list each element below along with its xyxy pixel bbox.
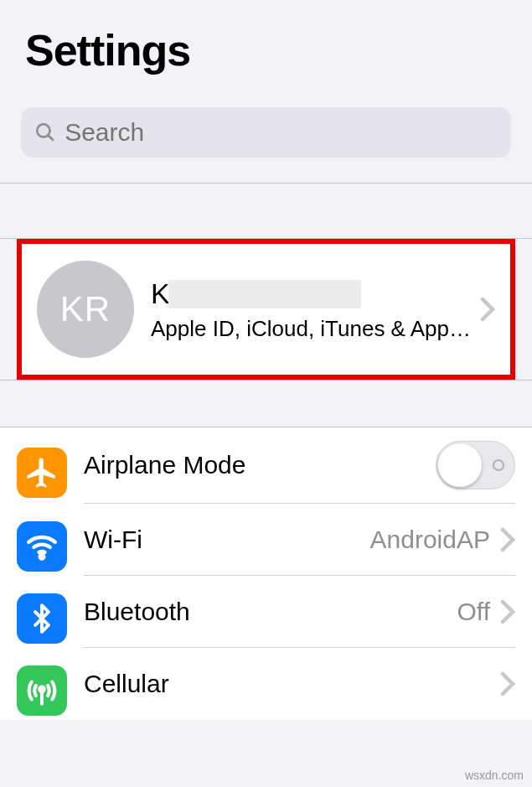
apple-id-row[interactable]: KR K Apple ID, iCloud, iTunes & App…	[22, 244, 510, 375]
row-label: Wi-Fi	[84, 526, 370, 554]
chevron-right-icon	[480, 297, 495, 322]
bluetooth-row[interactable]: Bluetooth Off	[0, 576, 532, 648]
row-label: Cellular	[84, 670, 500, 698]
airplane-icon	[17, 448, 67, 498]
redaction-overlay	[168, 280, 361, 308]
highlight-annotation: KR K Apple ID, iCloud, iTunes & App…	[17, 239, 515, 380]
watermark: wsxdn.com	[465, 769, 524, 782]
svg-point-0	[37, 124, 49, 137]
chevron-right-icon	[500, 671, 515, 696]
row-label: Airplane Mode	[84, 451, 436, 479]
page-title: Settings	[25, 25, 511, 75]
chevron-right-icon	[500, 599, 515, 624]
cellular-icon	[17, 665, 67, 716]
svg-point-2	[40, 555, 44, 559]
search-input[interactable]	[65, 118, 498, 147]
cellular-row[interactable]: Cellular	[0, 648, 532, 720]
account-subtitle: Apple ID, iCloud, iTunes & App…	[151, 316, 480, 342]
search-icon	[34, 121, 56, 144]
account-name: K	[151, 277, 480, 311]
chevron-right-icon	[500, 527, 515, 552]
avatar: KR	[37, 261, 134, 358]
row-value: AndroidAP	[370, 526, 490, 554]
row-label: Bluetooth	[84, 598, 457, 626]
airplane-mode-row[interactable]: Airplane Mode	[0, 427, 532, 504]
wifi-icon	[17, 521, 67, 572]
svg-line-1	[48, 135, 54, 141]
airplane-toggle[interactable]	[436, 441, 515, 489]
bluetooth-icon	[17, 593, 67, 644]
search-field[interactable]	[21, 107, 511, 158]
wifi-row[interactable]: Wi-Fi AndroidAP	[0, 504, 532, 576]
row-value: Off	[457, 598, 490, 626]
